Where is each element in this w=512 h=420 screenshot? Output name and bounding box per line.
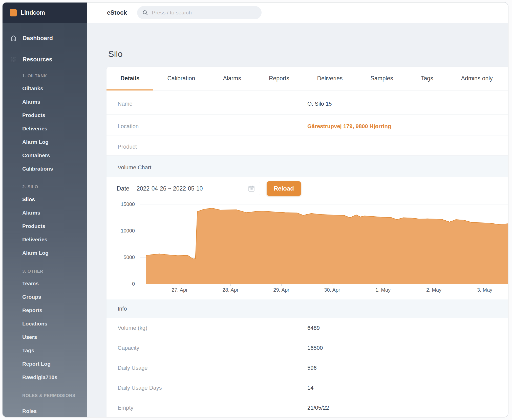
info-rows: Volume (kg) 6489 Capacity 16500 Daily Us… — [106, 318, 508, 417]
detail-row: Location Gårestrupvej 179, 9800 Hjørring — [106, 115, 508, 135]
date-range-value: 2022-04-26 ~ 2022-05-10 — [137, 185, 248, 192]
date-label: Date — [117, 185, 130, 192]
info-value: 596 — [307, 365, 317, 371]
x-axis-label: 30. Apr — [324, 287, 340, 293]
sidebar-item-calibrations[interactable]: Calibrations — [3, 162, 87, 175]
volume-chart: 05000100001500027. Apr28. Apr29. Apr30. … — [140, 204, 508, 284]
sidebar-item-alarms[interactable]: Alarms — [3, 206, 87, 220]
sidebar-item-products[interactable]: Products — [3, 220, 87, 233]
volume-area-series — [140, 204, 508, 285]
app-name: eStock — [107, 9, 127, 16]
search-box[interactable] — [137, 6, 262, 19]
sidebar-section: ROLES & PERMISSIONS Roles — [3, 390, 87, 417]
tab[interactable]: Calibration — [153, 67, 209, 90]
info-label: Capacity — [106, 345, 307, 351]
y-axis-label: 15000 — [110, 201, 135, 207]
sidebar-item-alarms[interactable]: Alarms — [3, 95, 87, 108]
sidebar: Lindcom Dashboard Resources 1. OILTANK O… — [3, 3, 87, 417]
x-axis-label: 2. May — [426, 287, 441, 293]
x-axis-label: 27. Apr — [172, 287, 187, 293]
sidebar-item-tags[interactable]: Tags — [3, 344, 87, 357]
sidebar-item-locations[interactable]: Locations — [3, 317, 87, 331]
page-title: Silo — [108, 49, 123, 59]
grid-icon — [10, 56, 17, 63]
sidebar-item-label: Dashboard — [23, 35, 53, 42]
home-icon — [10, 35, 17, 42]
volume-chart-band: Volume Chart — [106, 156, 508, 177]
content: Silo DetailsCalibrationAlarmsReportsDeli… — [87, 23, 508, 417]
sidebar-item-containers[interactable]: Containers — [3, 149, 87, 162]
brand-logo-icon — [10, 9, 17, 16]
info-value: 21/05/22 — [307, 405, 329, 411]
tab[interactable]: Deliveries — [303, 67, 357, 90]
chart-zone: Date 2022-04-26 ~ 2022-05-10 Reload 0500… — [106, 177, 508, 299]
brand-name: Lindcom — [21, 9, 45, 16]
tab[interactable]: Reports — [255, 67, 303, 90]
info-row: Volume (kg) 6489 — [106, 318, 508, 338]
tab[interactable]: Alarms — [209, 67, 255, 90]
info-band: Info — [106, 299, 508, 318]
info-value: 6489 — [307, 325, 320, 331]
y-axis-label: 10000 — [110, 228, 135, 234]
date-range-input[interactable]: 2022-04-26 ~ 2022-05-10 — [132, 182, 260, 195]
sidebar-logo[interactable]: Lindcom — [3, 3, 87, 23]
y-axis-label: 0 — [110, 281, 135, 287]
sidebar-sections: 1. OILTANK OiltanksAlarmsProductsDeliver… — [3, 70, 87, 417]
search-icon — [142, 9, 148, 16]
reload-button[interactable]: Reload — [267, 181, 301, 196]
tab[interactable]: Admins only — [447, 67, 507, 90]
tabs: DetailsCalibrationAlarmsReportsDeliverie… — [106, 67, 508, 90]
info-label: Empty — [106, 405, 307, 411]
sidebar-section-title: 1. OILTANK — [3, 70, 87, 82]
sidebar-item-silos[interactable]: Silos — [3, 193, 87, 206]
info-label: Daily Usage — [106, 365, 307, 371]
sidebar-nav: Dashboard Resources 1. OILTANK OiltanksA… — [3, 23, 87, 417]
detail-row: Product — — [106, 135, 508, 156]
sidebar-item-alarm-log[interactable]: Alarm Log — [3, 135, 87, 149]
info-label: Daily Usage Days — [106, 385, 307, 391]
sidebar-item-oiltanks[interactable]: Oiltanks — [3, 82, 87, 95]
detail-label: Product — [106, 144, 307, 150]
detail-label: Location — [106, 123, 307, 130]
sidebar-item-reports[interactable]: Reports — [3, 304, 87, 317]
sidebar-item-alarm-log[interactable]: Alarm Log — [3, 246, 87, 260]
sidebar-item-teams[interactable]: Teams — [3, 277, 87, 290]
detail-value: O. Silo 15 — [307, 101, 332, 107]
tab[interactable]: Samples — [356, 67, 407, 90]
info-value: 16500 — [307, 345, 323, 351]
y-axis-label: 5000 — [110, 254, 135, 260]
detail-value: Gårestrupvej 179, 9800 Hjørring — [307, 123, 391, 130]
search-input[interactable] — [152, 10, 256, 16]
info-row: Daily Usage Days 14 — [106, 378, 508, 398]
detail-value: — — [307, 144, 313, 150]
x-axis-label: 28. Apr — [222, 287, 238, 293]
x-axis-label: 3. May — [477, 287, 492, 293]
info-row: Empty 21/05/22 — [106, 398, 508, 417]
sidebar-item-dashboard[interactable]: Dashboard — [3, 31, 87, 45]
detail-label: Name — [106, 101, 307, 107]
detail-row: Name O. Silo 15 — [106, 90, 508, 115]
sidebar-item-rawdigia710s[interactable]: Rawdigia710s — [3, 371, 87, 384]
info-row: Daily Usage 596 — [106, 358, 508, 378]
tab[interactable]: Details — [106, 67, 153, 90]
calendar-icon[interactable] — [248, 185, 255, 192]
sidebar-item-deliveries[interactable]: Deliveries — [3, 122, 87, 135]
sidebar-section: 1. OILTANK OiltanksAlarmsProductsDeliver… — [3, 70, 87, 175]
sidebar-item-products[interactable]: Products — [3, 108, 87, 122]
sidebar-item-resources[interactable]: Resources — [3, 52, 87, 67]
sidebar-section-title: ROLES & PERMISSIONS — [3, 390, 87, 401]
tab[interactable]: Tags — [407, 67, 447, 90]
sidebar-item-roles[interactable]: Roles — [3, 404, 87, 417]
sidebar-item-users[interactable]: Users — [3, 331, 87, 344]
info-label: Volume (kg) — [106, 325, 307, 331]
silo-detail-card: DetailsCalibrationAlarmsReportsDeliverie… — [106, 67, 508, 417]
sidebar-section-title: 3. OTHER — [3, 266, 87, 277]
sidebar-item-report-log[interactable]: Report Log — [3, 357, 87, 371]
sidebar-item-groups[interactable]: Groups — [3, 290, 87, 304]
x-axis-label: 29. Apr — [273, 287, 289, 293]
sidebar-item-deliveries[interactable]: Deliveries — [3, 233, 87, 246]
sidebar-section-title: 2. SILO — [3, 181, 87, 193]
info-value: 14 — [307, 385, 313, 391]
sidebar-section: 3. OTHER TeamsGroupsReportsLocationsUser… — [3, 266, 87, 384]
info-row: Capacity 16500 — [106, 338, 508, 358]
